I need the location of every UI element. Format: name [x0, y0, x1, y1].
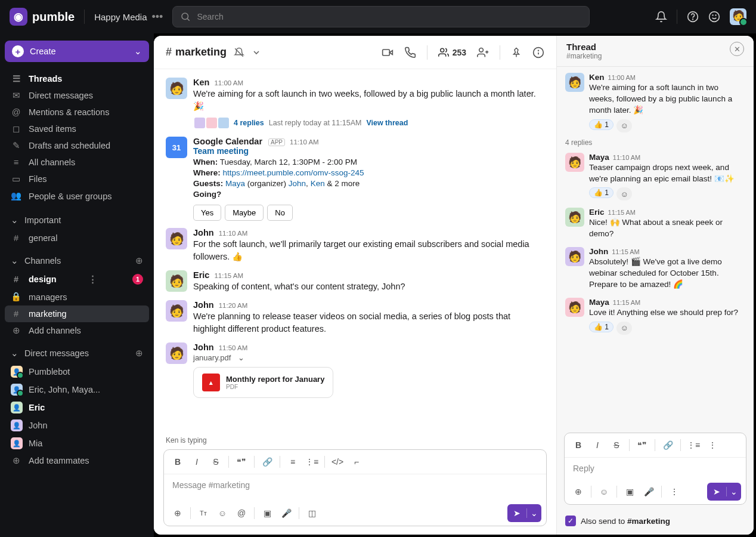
file-name-row[interactable]: january.pdf ⌄	[193, 353, 544, 362]
nav-saved-items[interactable]: ◻Saved items	[5, 121, 149, 137]
strike-button[interactable]: S	[608, 437, 625, 453]
link-button[interactable]: 🔗	[659, 437, 677, 453]
dm-eric-john-maya-[interactable]: 👤Eric, John, Maya...	[5, 381, 149, 399]
more-icon[interactable]: •••	[152, 11, 163, 23]
author[interactable]: Maya	[589, 153, 609, 162]
link-button[interactable]: 🔗	[258, 453, 276, 470]
dm-mia[interactable]: 👤Mia	[5, 434, 149, 452]
meeting-link[interactable]: https://meet.pumble.com/omv-ssog-245	[223, 168, 364, 177]
avatar[interactable]: 31	[166, 137, 187, 158]
section-important[interactable]: ⌄ Important	[5, 211, 149, 230]
video-button[interactable]: ▣	[258, 505, 276, 521]
add-icon[interactable]: ⊕	[135, 256, 143, 266]
author[interactable]: John	[193, 228, 214, 237]
thread-summary[interactable]: 4 repliesLast reply today at 11:15AMView…	[193, 116, 544, 129]
send-button[interactable]: ➤ ⌄	[507, 504, 541, 522]
send-button[interactable]: ➤ ⌄	[707, 483, 741, 501]
rsvp-maybe[interactable]: Maybe	[225, 205, 264, 221]
add-teammates[interactable]: ⊕ Add teammates	[5, 452, 149, 469]
add-icon[interactable]: ⊕	[135, 348, 143, 358]
author[interactable]: Google Calendar	[193, 137, 262, 146]
ordered-list-button[interactable]: ≡	[284, 453, 302, 470]
attach-button[interactable]: ⊕	[169, 505, 187, 521]
avatar[interactable]: 🧑	[166, 78, 187, 99]
reaction[interactable]: 👍 1	[589, 187, 614, 198]
avatar[interactable]: 🧑	[565, 247, 584, 266]
format-button[interactable]: Tт	[194, 505, 212, 521]
add-reaction[interactable]: ☺	[616, 119, 632, 132]
author[interactable]: John	[589, 247, 608, 256]
workspace-switcher[interactable]: Happy Media •••	[94, 11, 163, 23]
phone-icon[interactable]	[404, 47, 416, 58]
add-reaction[interactable]: ☺	[616, 187, 632, 200]
dm-john[interactable]: 👤John	[5, 416, 149, 434]
author[interactable]: John	[193, 342, 214, 352]
reaction[interactable]: 👍 1	[589, 119, 614, 130]
notification-off-icon[interactable]	[234, 47, 244, 58]
channel-title[interactable]: # marketing	[166, 46, 227, 58]
search-input[interactable]: Search	[172, 6, 590, 27]
attach-button[interactable]: ⊕	[569, 483, 587, 500]
view-thread-link[interactable]: View thread	[366, 119, 408, 127]
avatar[interactable]: 🧑	[565, 298, 584, 317]
bell-icon[interactable]	[655, 11, 667, 23]
avatar[interactable]: 🧑	[166, 270, 187, 292]
author[interactable]: Eric	[193, 270, 209, 280]
pin-icon[interactable]	[511, 47, 522, 58]
nav-all-channels[interactable]: ≡All channels	[5, 154, 149, 171]
close-button[interactable]: ✕	[730, 42, 744, 56]
avatar[interactable]: 🧑	[166, 228, 187, 249]
mention-button[interactable]: @	[233, 505, 250, 521]
channel-marketing[interactable]: #marketing	[5, 305, 149, 322]
nav-threads[interactable]: ☰Threads	[5, 70, 149, 87]
event-title[interactable]: Team meeting	[193, 146, 544, 156]
app-logo[interactable]: ◉ pumble	[10, 8, 75, 26]
emoji-button[interactable]: ☺	[213, 505, 231, 521]
channel-managers[interactable]: 🔒managers	[5, 288, 149, 305]
nav-direct-messages[interactable]: ✉Direct messages	[5, 87, 149, 104]
avatar[interactable]: 🧑	[166, 300, 187, 322]
italic-button[interactable]: I	[188, 453, 206, 470]
avatar[interactable]: 🧑	[565, 153, 584, 172]
send-options[interactable]: ⌄	[726, 487, 741, 496]
nav-mentions-reactions[interactable]: @Mentions & reactions	[5, 104, 149, 121]
avatar[interactable]: 🧑	[166, 342, 187, 364]
author[interactable]: Ken	[589, 73, 605, 82]
italic-button[interactable]: I	[588, 437, 606, 453]
also-send-checkbox[interactable]: ✓ Also send to #marketing	[557, 510, 754, 535]
author[interactable]: Eric	[589, 208, 605, 217]
avatar[interactable]: 🧑	[565, 208, 584, 227]
thread-channel[interactable]: #marketing	[566, 52, 602, 60]
help-icon[interactable]	[687, 11, 699, 23]
section-dms[interactable]: ⌄ Direct messages ⊕	[5, 344, 149, 363]
rsvp-no[interactable]: No	[267, 205, 293, 221]
bullet-list-button[interactable]: ⋮≡	[303, 453, 321, 470]
dm-pumblebot[interactable]: 👤Pumblebot	[5, 363, 149, 381]
more-button[interactable]: ⋮	[665, 483, 683, 500]
user-avatar[interactable]: 🧑	[730, 8, 746, 25]
quote-button[interactable]: ❝❞	[233, 453, 250, 470]
bold-button[interactable]: B	[169, 453, 187, 470]
nav-files[interactable]: ▭Files	[5, 171, 149, 187]
bold-button[interactable]: B	[569, 437, 587, 453]
codeblock-button[interactable]: ⌐	[348, 453, 365, 470]
message-input[interactable]: Message #marketing	[164, 474, 546, 501]
bullet-list-button[interactable]: ⋮≡	[684, 437, 702, 453]
video-icon[interactable]	[382, 47, 394, 58]
more-button[interactable]: ⋮	[704, 437, 721, 453]
shortcut-button[interactable]: ◫	[303, 505, 321, 521]
reply-input[interactable]: Reply	[565, 458, 746, 479]
channel-general[interactable]: # general	[5, 230, 149, 246]
mic-button[interactable]: 🎤	[640, 483, 658, 500]
channel-design[interactable]: #design⋮1	[5, 270, 149, 288]
create-button[interactable]: + Create ⌄	[5, 41, 149, 62]
member-count[interactable]: 253	[438, 47, 466, 58]
mic-button[interactable]: 🎤	[277, 505, 295, 521]
author[interactable]: Maya	[589, 298, 609, 307]
add-channels[interactable]: ⊕ Add channels	[5, 322, 149, 339]
avatar[interactable]: 🧑	[565, 73, 584, 92]
add-reaction[interactable]: ☺	[616, 322, 632, 335]
nav-people-user-groups[interactable]: 👥People & user groups	[5, 187, 149, 205]
nav-drafts-and-scheduled[interactable]: ✎Drafts and scheduled	[5, 137, 149, 154]
reaction[interactable]: 👍 1	[589, 322, 614, 332]
